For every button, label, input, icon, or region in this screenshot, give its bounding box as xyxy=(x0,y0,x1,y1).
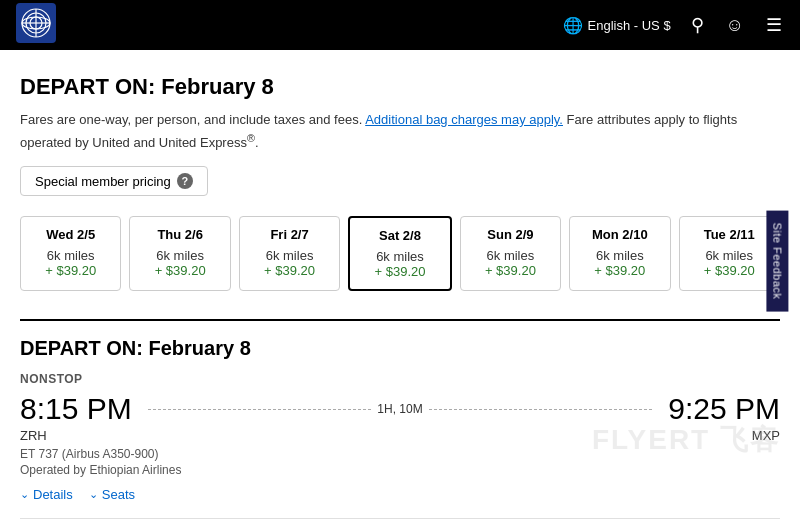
chevron-down-icon-seats: ⌄ xyxy=(89,488,98,501)
flight-duration-middle: 1H, 10M xyxy=(148,402,653,416)
date-label: Wed 2/5 xyxy=(33,227,108,242)
flight-actions: ⌄ Details ⌄ Seats xyxy=(20,487,780,502)
date-card-5[interactable]: Mon 2/10 6k miles + $39.20 xyxy=(569,216,670,291)
depart-airport: ZRH xyxy=(20,428,47,443)
date-label: Mon 2/10 xyxy=(582,227,657,242)
dashed-line-right xyxy=(429,409,653,410)
price-label: + $39.20 xyxy=(142,263,217,278)
flight-section-title: DEPART ON: February 8 xyxy=(20,337,780,360)
date-label: Tue 2/11 xyxy=(692,227,767,242)
miles-label: 6k miles xyxy=(252,248,327,263)
bag-charges-link[interactable]: Additional bag charges may apply. xyxy=(365,112,563,127)
dashed-line-left xyxy=(148,409,372,410)
date-label: Sat 2/8 xyxy=(362,228,437,243)
miles-label: 6k miles xyxy=(582,248,657,263)
miles-label: 6k miles xyxy=(473,248,548,263)
miles-label: 6k miles xyxy=(362,249,437,264)
header: 🌐 English - US $ ⚲ ☺ ☰ xyxy=(0,0,800,50)
date-card-3[interactable]: Sat 2/8 6k miles + $39.20 xyxy=(348,216,451,291)
miles-label: 6k miles xyxy=(33,248,108,263)
price-label: + $39.20 xyxy=(692,263,767,278)
date-card-0[interactable]: Wed 2/5 6k miles + $39.20 xyxy=(20,216,121,291)
arrive-time: 9:25 PM xyxy=(668,392,780,426)
date-card-6[interactable]: Tue 2/11 6k miles + $39.20 xyxy=(679,216,780,291)
aircraft-info: ET 737 (Airbus A350-900) xyxy=(20,447,780,461)
arrive-airport: MXP xyxy=(752,428,780,443)
date-card-1[interactable]: Thu 2/6 6k miles + $39.20 xyxy=(129,216,230,291)
date-cards-container: Wed 2/5 6k miles + $39.20 Thu 2/6 6k mil… xyxy=(20,216,780,291)
language-label[interactable]: English - US $ xyxy=(588,18,671,33)
details-button[interactable]: ⌄ Details xyxy=(20,487,73,502)
price-label: + $39.20 xyxy=(33,263,108,278)
site-feedback-button[interactable]: Site Feedback xyxy=(767,211,789,312)
miles-label: 6k miles xyxy=(692,248,767,263)
price-label: + $39.20 xyxy=(582,263,657,278)
price-label: + $39.20 xyxy=(362,264,437,279)
site-feedback-label: Site Feedback xyxy=(772,223,784,300)
price-label: + $39.20 xyxy=(252,263,327,278)
main-content: DEPART ON: February 8 Fares are one-way,… xyxy=(0,50,800,519)
globe-icon: 🌐 xyxy=(563,16,583,35)
date-label: Sun 2/9 xyxy=(473,227,548,242)
help-icon: ? xyxy=(177,173,193,189)
operated-by: Operated by Ethiopian Airlines xyxy=(20,463,780,477)
language-selector[interactable]: 🌐 English - US $ xyxy=(563,16,671,35)
account-button[interactable]: ☺ xyxy=(724,14,746,36)
special-member-pricing-button[interactable]: Special member pricing ? xyxy=(20,166,208,196)
airport-row: ZRH MXP xyxy=(20,428,780,443)
date-label: Fri 2/7 xyxy=(252,227,327,242)
page-title: DEPART ON: February 8 xyxy=(20,74,780,100)
date-card-2[interactable]: Fri 2/7 6k miles + $39.20 xyxy=(239,216,340,291)
section-divider xyxy=(20,319,780,321)
flight-times-row: 8:15 PM 1H, 10M 9:25 PM xyxy=(20,392,780,426)
search-icon: ⚲ xyxy=(691,15,704,35)
search-button[interactable]: ⚲ xyxy=(689,14,706,36)
fare-note: Fares are one-way, per person, and inclu… xyxy=(20,110,780,152)
price-label: + $39.20 xyxy=(473,263,548,278)
header-right: 🌐 English - US $ ⚲ ☺ ☰ xyxy=(563,14,784,36)
special-member-label: Special member pricing xyxy=(35,174,171,189)
date-card-4[interactable]: Sun 2/9 6k miles + $39.20 xyxy=(460,216,561,291)
chevron-down-icon: ⌄ xyxy=(20,488,29,501)
depart-time: 8:15 PM xyxy=(20,392,132,426)
flight-card: NONSTOP 8:15 PM 1H, 10M 9:25 PM ZRH MXP … xyxy=(20,372,780,519)
date-label: Thu 2/6 xyxy=(142,227,217,242)
menu-button[interactable]: ☰ xyxy=(764,14,784,36)
person-icon: ☺ xyxy=(726,15,744,35)
duration-text: 1H, 10M xyxy=(377,402,422,416)
hamburger-icon: ☰ xyxy=(766,15,782,35)
seats-button[interactable]: ⌄ Seats xyxy=(89,487,135,502)
logo-container[interactable] xyxy=(16,3,56,47)
miles-label: 6k miles xyxy=(142,248,217,263)
nonstop-label: NONSTOP xyxy=(20,372,780,386)
